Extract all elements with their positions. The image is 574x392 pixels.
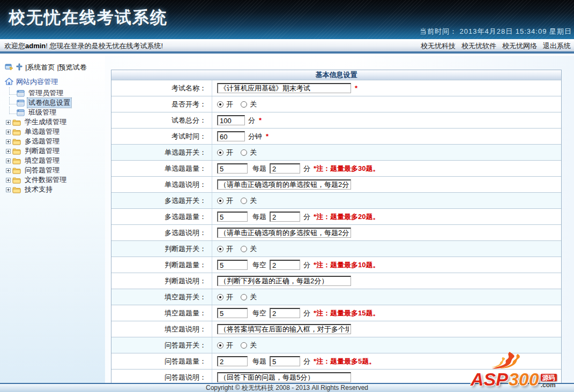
tree-connector (9, 87, 17, 95)
radio-on[interactable] (217, 101, 223, 108)
sidebar-root-label: 网站内容管理 (16, 77, 58, 87)
sidebar-item-label: 判断题管理 (24, 146, 61, 156)
top-nav-link[interactable]: 校无忧科技 (421, 39, 456, 53)
radio-off[interactable] (241, 101, 247, 108)
field-cell: 每题分*注：题量最多20题。 (212, 209, 561, 224)
form-title: 基本信息设置 (111, 70, 561, 80)
radio-off[interactable] (241, 342, 247, 349)
text-input[interactable] (217, 324, 351, 334)
sidebar-item[interactable]: 多选题管理 (5, 137, 105, 146)
radio-on[interactable] (217, 294, 223, 300)
sidebar-item[interactable]: 单选题管理 (5, 127, 105, 137)
table-icon (17, 100, 25, 107)
form-row: 多选题题量：每题分*注：题量最多20题。 (111, 208, 561, 224)
top-nav-link[interactable]: 校无忧软件 (461, 39, 496, 53)
sidebar-item[interactable]: 学生成绩管理 (5, 117, 105, 127)
score-input[interactable] (270, 356, 300, 366)
radio-off[interactable] (241, 246, 247, 252)
unit-label: 分 (303, 260, 310, 270)
unit-label: 分 (303, 164, 310, 174)
radio-on[interactable] (217, 198, 223, 204)
count-input[interactable] (217, 356, 248, 366)
unit-label: 分 (303, 308, 310, 318)
count-input[interactable] (217, 260, 248, 270)
score-input[interactable] (270, 163, 300, 174)
sidebar-item-label: 管理员管理 (27, 88, 64, 98)
form-row: 判断题说明： (111, 273, 561, 289)
system-home-icon[interactable] (5, 63, 13, 72)
text-input[interactable] (217, 276, 351, 286)
number-input[interactable] (217, 115, 245, 125)
expand-plus-icon[interactable] (6, 178, 11, 183)
field-label: 多选题题量： (111, 209, 212, 224)
sidebar-item[interactable]: 文件数据管理 (5, 175, 105, 185)
field-label: 填空题题量： (111, 305, 212, 321)
expand-plus-icon[interactable] (6, 149, 11, 154)
field-label: 多选题说明： (111, 225, 212, 240)
radio-group: 开关 (217, 196, 264, 206)
field-cell: 开关 (212, 337, 561, 353)
expand-plus-icon[interactable] (6, 159, 11, 163)
sidebar-item[interactable]: 判断题管理 (5, 146, 105, 156)
sidebar-link-preview-paper[interactable]: |预览试卷 (57, 63, 86, 72)
sidebar-quick-links: |系统首页 |预览试卷 (5, 63, 105, 72)
radio-off[interactable] (241, 294, 247, 300)
sidebar: |系统首页 |预览试卷 网站内容管理 管理员管理试卷信息设置班级管理学生成绩管理… (0, 56, 105, 383)
score-input[interactable] (270, 308, 300, 318)
score-input[interactable] (270, 260, 300, 270)
field-cell: 分* (212, 112, 561, 128)
radio-group: 开关 (217, 244, 264, 254)
top-nav-link[interactable]: 校无忧网络 (502, 39, 537, 53)
radio-off-label: 关 (250, 244, 257, 254)
top-nav-link[interactable]: 退出系统 (543, 39, 571, 53)
score-input[interactable] (270, 212, 300, 222)
sidebar-item-label: 问答题管理 (24, 165, 61, 175)
count-input[interactable] (217, 163, 248, 174)
count-input[interactable] (217, 212, 248, 222)
radio-on-label: 开 (226, 196, 233, 206)
radio-off[interactable] (241, 198, 247, 204)
sidebar-item[interactable]: 管理员管理 (5, 88, 105, 98)
max-count-note: *注：题量最多20题。 (314, 212, 380, 222)
radio-on[interactable] (217, 149, 223, 156)
form-row: 考试名称：* (111, 80, 561, 96)
text-input[interactable] (217, 372, 351, 382)
sidebar-item[interactable]: 试卷信息设置 (5, 98, 105, 108)
expand-plus-icon[interactable] (6, 139, 11, 144)
expand-plus-icon[interactable] (6, 130, 11, 134)
sidebar-item[interactable]: 技术支持 (5, 185, 105, 194)
sidebar-root-node[interactable]: 网站内容管理 (5, 77, 105, 87)
radio-on[interactable] (217, 246, 223, 252)
preview-plug-icon[interactable] (16, 63, 23, 72)
radio-off-label: 关 (250, 148, 257, 157)
count-input[interactable] (217, 308, 248, 318)
text-input[interactable] (217, 228, 351, 238)
radio-group: 开关 (217, 148, 264, 157)
expand-plus-icon[interactable] (6, 120, 11, 125)
field-cell: * (212, 80, 561, 96)
field-label: 填空题说明： (111, 321, 212, 337)
expand-plus-icon[interactable] (6, 168, 11, 173)
expand-plus-icon[interactable] (6, 187, 11, 192)
radio-group: 开关 (217, 292, 264, 302)
app-title: 校无忧在线考试系统 (9, 6, 168, 29)
radio-off[interactable] (241, 149, 247, 156)
number-input[interactable] (217, 131, 245, 141)
max-count-note: *注：题量最多15题。 (314, 308, 380, 318)
radio-on[interactable] (217, 342, 223, 349)
main-panel: 基本信息设置 考试名称：*是否开考：开关试卷总分：分*考试时间：分钟*单选题开关… (105, 56, 574, 383)
sidebar-item-label: 学生成绩管理 (24, 117, 68, 127)
sidebar-item[interactable]: 班级管理 (5, 108, 105, 117)
per-item-label: 每空 (252, 308, 266, 318)
radio-off-label: 关 (250, 292, 257, 302)
sidebar-item[interactable]: 填空题管理 (5, 156, 105, 165)
sidebar-item[interactable]: 问答题管理 (5, 165, 105, 175)
field-cell (212, 177, 561, 192)
folder-icon (12, 119, 21, 126)
sidebar-link-system-home[interactable]: |系统首页 (25, 63, 55, 72)
text-input[interactable] (217, 179, 351, 190)
form-rows: 考试名称：*是否开考：开关试卷总分：分*考试时间：分钟*单选题开关：开关单选题题… (111, 80, 561, 383)
welcome-prefix: 欢迎您 (4, 42, 25, 50)
text-input[interactable] (217, 83, 351, 93)
top-banner: 校无忧在线考试系统 当前时间： 2013年4月28日 15:34:09 星期日 (0, 0, 574, 39)
